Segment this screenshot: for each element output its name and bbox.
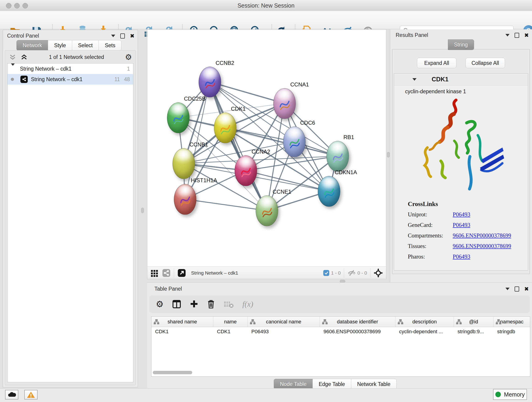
node-ccna2[interactable] [234,155,257,186]
hidden-eye-icon[interactable] [347,269,355,276]
panel-menu-icon[interactable] [505,288,510,290]
gear-icon[interactable]: ⚙ [156,299,164,309]
column-header--id[interactable]: @id [454,317,494,327]
network-tree-row[interactable]: String Network – cdk11148 [7,74,133,85]
main-toolbar: ? [0,11,532,29]
memory-button[interactable]: Memory [493,389,527,400]
node-cdkn1a[interactable] [318,176,340,207]
network-tree-row[interactable]: String Network – cdk11 [7,64,133,74]
delete-table-icon [224,300,234,308]
node-cdc6[interactable] [283,127,306,157]
function-icon: f(x) [242,300,253,308]
network-view[interactable]: CCNB2CCNA1CDC25BCDK1CDC6RB1CCNB1CCNA2CDK… [147,29,386,279]
share-view-icon[interactable] [162,269,171,277]
node-label-cdc6: CDC6 [300,120,315,126]
column-type-icon [456,319,462,324]
network-status-dot [11,78,14,81]
panel-close-icon[interactable]: ✖ [524,33,529,37]
splitter-handle[interactable] [340,280,345,283]
node-label-ccna2: CCNA2 [252,148,270,155]
column-header-description[interactable]: description [395,317,454,327]
window-title: Session: New Session [0,2,532,9]
tab-edge-table[interactable]: Edge Table [312,379,351,389]
node-table[interactable]: shared namenamecanonical namedatabase id… [151,317,530,376]
crosslinks-block: CrossLinks Uniprot:P06493GeneCard:P06493… [408,201,528,260]
node-label-cdk1: CDK1 [231,106,246,112]
panel-close-icon[interactable]: ✖ [130,34,134,38]
selected-checkbox-icon[interactable] [323,270,329,276]
table-panel: Table Panel ✖ ⚙ f(x) shared namenamecano… [147,282,532,388]
grid-view-icon[interactable] [151,269,158,277]
crosslink-value-link[interactable]: 9606.ENSP00000378699 [453,243,511,249]
protein-ribbon-icon [331,148,345,166]
column-type-icon [250,319,255,324]
gear-icon[interactable]: ⚙ [125,54,132,61]
crosslink-value-link[interactable]: P06493 [453,211,470,218]
open-view-icon[interactable] [177,269,186,277]
splitter-handle[interactable] [387,152,390,157]
tab-network[interactable]: Network [17,40,48,51]
crosslink-value-link[interactable]: P06493 [453,254,470,260]
column-header-database-identifier[interactable]: database identifier [320,317,395,327]
network-edge[interactable] [210,82,267,211]
network-canvas[interactable]: CCNB2CCNA1CDC25BCDK1CDC6RB1CCNB1CCNA2CDK… [147,30,386,267]
node-cdc25b[interactable] [167,102,190,133]
crosslink-label: Pharos: [408,254,453,260]
network-icon [20,76,28,83]
node-ccnb1[interactable] [172,148,195,179]
column-header-namespac[interactable]: namespac [494,317,530,327]
collapse-all-button[interactable]: Collapse All [466,58,505,68]
memory-status-icon [495,392,501,397]
fit-selected-icon[interactable] [374,268,383,278]
expand-all-icon[interactable] [20,54,28,61]
panel-close-icon[interactable]: ✖ [524,287,529,291]
tab-select[interactable]: Select [72,40,99,51]
protein-ribbon-icon [178,191,192,210]
expand-all-button[interactable]: Expand All [417,58,456,68]
crosslink-row: Compartments:9606.ENSP00000378699 [408,232,528,239]
network-name: String Network – cdk1 [31,76,82,83]
node-rb1[interactable] [326,141,349,172]
table-tabs: Node TableEdge TableNetwork Table [274,379,397,389]
tab-node-table[interactable]: Node Table [274,379,313,389]
add-icon[interactable] [190,300,198,309]
collapse-all-icon[interactable] [9,54,17,61]
tab-string[interactable]: String [448,39,474,50]
panel-menu-icon[interactable] [111,35,115,37]
column-header-shared-name[interactable]: shared name [152,317,213,327]
control-panel-title: Control Panel [7,33,39,39]
collapse-node-icon[interactable] [11,63,15,72]
protein-ribbon-icon [322,183,336,201]
node-ccna1[interactable] [273,88,296,119]
table-body: CDK1CDK1P064939606.ENSP00000378699cyclin… [152,327,530,336]
crosslink-value-link[interactable]: P06493 [453,222,470,228]
panel-float-icon[interactable] [515,287,519,292]
panel-float-icon[interactable] [515,33,519,38]
panel-menu-icon[interactable] [505,34,510,36]
gene-section-header[interactable]: CDK1 [394,74,528,85]
node-ccne1[interactable] [256,196,278,226]
collapse-section-icon[interactable] [412,78,417,81]
column-header-canonical-name[interactable]: canonical name [248,317,320,327]
crosslink-value-link[interactable]: 9606.ENSP00000378699 [453,232,511,239]
warning-button[interactable] [24,390,38,400]
tab-network-table[interactable]: Network Table [351,379,397,389]
network-edge[interactable] [185,199,267,211]
node-label-cdkn1a: CDKN1A [335,169,357,176]
protein-ribbon-icon [171,109,185,128]
network-edges [147,30,386,267]
panel-float-icon[interactable] [120,33,125,38]
splitter-handle[interactable] [141,208,144,213]
cloud-button[interactable] [5,390,18,400]
table-row[interactable]: CDK1CDK1P064939606.ENSP00000378699cyclin… [152,327,530,336]
node-ccnb2[interactable] [199,67,221,97]
tab-sets[interactable]: Sets [99,40,121,51]
node-hist1h1a[interactable] [174,184,196,215]
crosslink-row: Tissues:9606.ENSP00000378699 [408,243,528,249]
delete-icon[interactable] [207,299,215,309]
tab-style[interactable]: Style [48,40,72,51]
columns-icon[interactable] [172,300,181,309]
node-cdk1[interactable] [214,113,236,143]
horizontal-scrollbar[interactable] [153,371,192,374]
column-header-name[interactable]: name [213,317,248,327]
